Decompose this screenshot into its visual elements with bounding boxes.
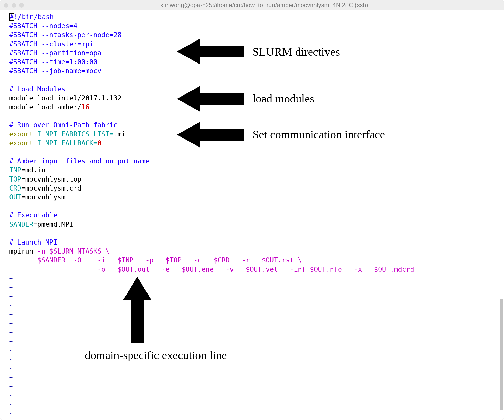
- arrow-up-icon: [122, 277, 153, 343]
- module-line: module load amber/16: [9, 103, 89, 111]
- vim-tilde: ~: [9, 311, 13, 318]
- vim-tilde: ~: [9, 374, 13, 381]
- svg-marker-2: [177, 122, 244, 148]
- vim-tilde: ~: [9, 410, 13, 417]
- titlebar: kimwong@opa-n25:/ihome/crc/how_to_run/am…: [0, 0, 504, 10]
- vim-tilde: ~: [9, 284, 13, 291]
- var-line: TOP=mocvnhlysm.top: [9, 175, 81, 183]
- annotation-modules: load modules: [253, 92, 314, 105]
- vim-tilde: ~: [9, 338, 13, 345]
- vim-tilde: ~: [9, 365, 13, 372]
- var-line: SANDER=pmemd.MPI: [9, 220, 73, 228]
- vim-tilde: ~: [9, 292, 13, 300]
- vim-tilde: ~: [9, 320, 13, 327]
- terminal-window: kimwong@opa-n25:/ihome/crc/how_to_run/am…: [0, 0, 504, 420]
- sbatch-line: #SBATCH --time=1:00:00: [9, 58, 97, 66]
- var-line: INP=md.in: [9, 166, 45, 174]
- close-dot[interactable]: [4, 3, 8, 8]
- terminal-body: #!/bin/bash #SBATCH --nodes=4 #SBATCH --…: [0, 10, 504, 420]
- svg-marker-3: [123, 277, 151, 343]
- arrow-left-icon: [177, 85, 244, 113]
- vim-tilde: ~: [9, 401, 13, 408]
- mpirun-line: -o $OUT.out -e $OUT.ene -v $OUT.vel -inf…: [9, 266, 414, 273]
- var-line: CRD=mocvnhlysm.crd: [9, 184, 81, 192]
- vim-tilde: ~: [9, 356, 13, 363]
- scrollbar-thumb[interactable]: [500, 299, 503, 410]
- sbatch-line: #SBATCH --nodes=4: [9, 22, 77, 30]
- window-controls: [4, 3, 24, 8]
- vim-tilde: ~: [9, 347, 13, 354]
- sbatch-line: #SBATCH --partition=opa: [9, 49, 101, 57]
- comment: # Load Modules: [9, 85, 65, 93]
- vim-tilde: ~: [9, 383, 13, 390]
- comment: # Executable: [9, 211, 57, 219]
- svg-marker-0: [177, 39, 244, 64]
- sbatch-line: #SBATCH --job-name=mocv: [9, 67, 101, 75]
- arrow-left-icon: [177, 37, 244, 66]
- mpirun-line: $SANDER -O -i $INP -p $TOP -c $CRD -r $O…: [9, 256, 302, 264]
- scrollbar[interactable]: [500, 21, 503, 418]
- export-line: export I_MPI_FABRICS_LIST=tmi: [9, 130, 125, 138]
- export-line: export I_MPI_FALLBACK=0: [9, 139, 101, 147]
- vim-tilde: ~: [9, 275, 13, 282]
- comment: # Run over Omni-Path fabric: [9, 121, 118, 129]
- annotation-comm: Set communication interface: [253, 128, 385, 141]
- annotation-exec: domain-specific execution line: [85, 349, 227, 362]
- comment: # Amber input files and output name: [9, 157, 150, 165]
- zoom-dot[interactable]: [19, 3, 24, 8]
- vim-tilde: ~: [9, 329, 13, 336]
- arrow-left-icon: [177, 121, 244, 149]
- module-line: module load intel/2017.1.132: [9, 94, 121, 102]
- mpirun-line: mpirun -n $SLURM_NTASKS \: [9, 247, 109, 255]
- sbatch-line: #SBATCH --ntasks-per-node=28: [9, 31, 121, 39]
- vim-tilde: ~: [9, 302, 13, 309]
- sbatch-line: #SBATCH --cluster=mpi: [9, 40, 93, 48]
- var-line: OUT=mocvnhlysm: [9, 193, 65, 201]
- annotation-slurm: SLURM directives: [253, 45, 340, 58]
- vim-status: "amber.slurm" 29L, 657C: [9, 419, 101, 420]
- editor-content[interactable]: #!/bin/bash #SBATCH --nodes=4 #SBATCH --…: [9, 13, 499, 418]
- vim-tilde: ~: [9, 392, 13, 400]
- window-title: kimwong@opa-n25:/ihome/crc/how_to_run/am…: [28, 2, 500, 9]
- comment: # Launch MPI: [9, 238, 57, 246]
- minimize-dot[interactable]: [12, 3, 16, 8]
- svg-marker-1: [177, 86, 244, 112]
